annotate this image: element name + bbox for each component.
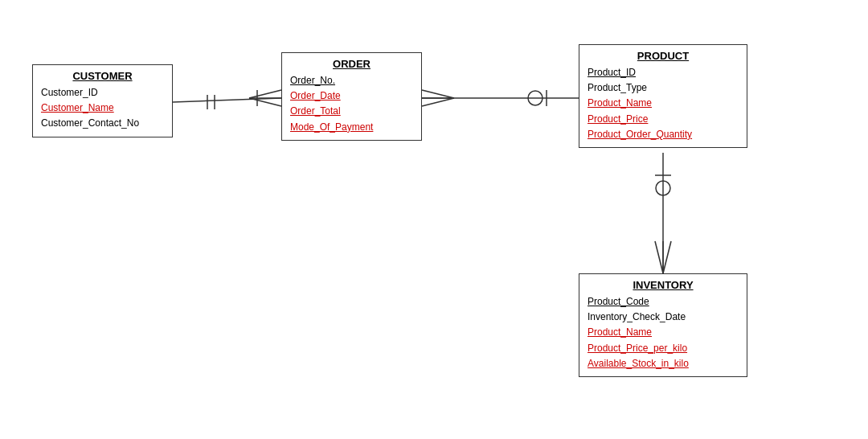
svg-line-16 xyxy=(663,241,671,273)
svg-line-8 xyxy=(422,90,454,98)
product-attr-qty: Product_Order_Quantity xyxy=(588,127,739,142)
customer-title: CUSTOMER xyxy=(41,70,164,82)
order-attr-payment: Mode_Of_Payment xyxy=(290,120,413,135)
customer-attr-id: Customer_ID xyxy=(41,85,164,101)
customer-attr-contact: Customer_Contact_No xyxy=(41,116,164,131)
order-entity: ORDER Order_No. Order_Date Order_Total M… xyxy=(281,52,422,141)
order-attr-total: Order_Total xyxy=(290,104,413,119)
svg-line-14 xyxy=(655,241,663,273)
inventory-attr-code: Product_Code xyxy=(588,294,739,310)
order-title: ORDER xyxy=(290,58,413,70)
inventory-attr-name: Product_Name xyxy=(588,325,739,340)
product-attr-type: Product_Type xyxy=(588,80,739,96)
order-attr-date: Order_Date xyxy=(290,88,413,104)
inventory-title: INVENTORY xyxy=(588,279,739,291)
product-entity: PRODUCT Product_ID Product_Type Product_… xyxy=(579,44,747,148)
inventory-attr-stock: Available_Stock_in_kilo xyxy=(588,356,739,371)
svg-line-3 xyxy=(249,90,281,98)
svg-point-12 xyxy=(528,91,542,105)
svg-line-10 xyxy=(422,98,454,106)
inventory-attr-date: Inventory_Check_Date xyxy=(588,310,739,325)
product-attr-price: Product_Price xyxy=(588,112,739,127)
customer-attr-name: Customer_Name xyxy=(41,101,164,116)
inventory-entity: INVENTORY Product_Code Inventory_Check_D… xyxy=(579,273,747,377)
product-title: PRODUCT xyxy=(588,50,739,62)
svg-line-5 xyxy=(249,98,281,106)
svg-point-18 xyxy=(656,181,670,195)
order-attr-no: Order_No. xyxy=(290,73,413,88)
customer-entity: CUSTOMER Customer_ID Customer_Name Custo… xyxy=(32,64,173,137)
product-attr-id: Product_ID xyxy=(588,65,739,80)
svg-line-0 xyxy=(173,98,281,102)
inventory-attr-price: Product_Price_per_kilo xyxy=(588,341,739,356)
product-attr-name: Product_Name xyxy=(588,96,739,111)
er-diagram: CUSTOMER Customer_ID Customer_Name Custo… xyxy=(0,0,868,439)
